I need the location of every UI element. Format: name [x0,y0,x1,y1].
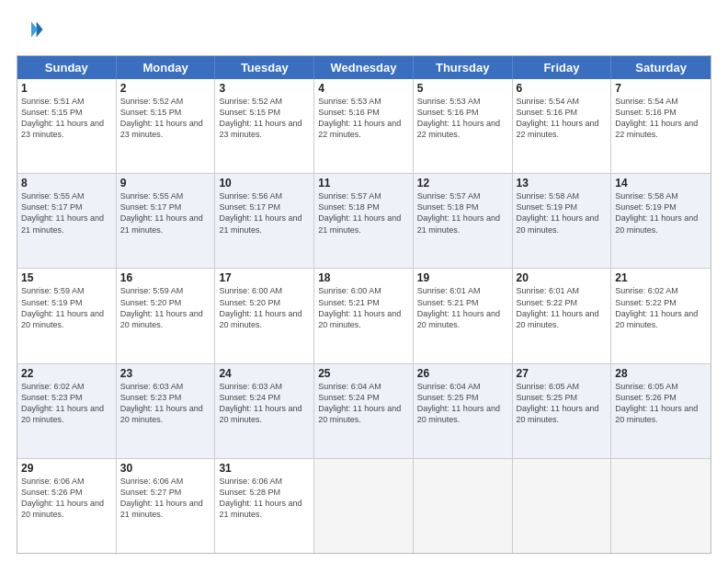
day-header-sunday: Sunday [17,56,117,79]
cell-info: Sunrise: 5:54 AM Sunset: 5:16 PM Dayligh… [517,96,608,141]
cal-cell: 17Sunrise: 6:00 AM Sunset: 5:20 PM Dayli… [215,269,314,362]
day-header-saturday: Saturday [611,56,711,79]
day-number: 27 [517,367,608,380]
cal-cell: 27Sunrise: 6:05 AM Sunset: 5:25 PM Dayli… [513,364,612,458]
day-header-tuesday: Tuesday [215,56,314,79]
day-header-monday: Monday [117,56,216,79]
day-number: 3 [219,82,310,95]
cell-info: Sunrise: 5:57 AM Sunset: 5:18 PM Dayligh… [318,190,409,236]
cell-info: Sunrise: 6:01 AM Sunset: 5:22 PM Dayligh… [517,285,608,330]
cell-info: Sunrise: 5:58 AM Sunset: 5:19 PM Dayligh… [615,190,707,236]
cal-cell: 1Sunrise: 5:51 AM Sunset: 5:15 PM Daylig… [17,79,117,173]
cell-info: Sunrise: 5:53 AM Sunset: 5:16 PM Dayligh… [417,96,508,141]
day-number: 15 [21,271,112,284]
cal-cell: 2Sunrise: 5:52 AM Sunset: 5:15 PM Daylig… [117,79,216,173]
cal-cell: 29Sunrise: 6:06 AM Sunset: 5:26 PM Dayli… [17,459,117,553]
cal-cell: 22Sunrise: 6:02 AM Sunset: 5:23 PM Dayli… [17,364,117,458]
cell-info: Sunrise: 6:06 AM Sunset: 5:26 PM Dayligh… [21,476,112,521]
cell-info: Sunrise: 5:56 AM Sunset: 5:17 PM Dayligh… [219,190,310,236]
cell-info: Sunrise: 6:02 AM Sunset: 5:22 PM Dayligh… [615,285,707,330]
cell-info: Sunrise: 5:52 AM Sunset: 5:15 PM Dayligh… [120,96,211,141]
cell-info: Sunrise: 5:58 AM Sunset: 5:19 PM Dayligh… [517,190,608,236]
day-number: 21 [615,271,707,284]
cal-cell: 3Sunrise: 5:52 AM Sunset: 5:15 PM Daylig… [215,79,314,173]
cell-info: Sunrise: 5:59 AM Sunset: 5:19 PM Dayligh… [21,285,112,330]
cal-cell [611,459,711,553]
day-header-wednesday: Wednesday [314,56,414,79]
cal-cell: 20Sunrise: 6:01 AM Sunset: 5:22 PM Dayli… [513,269,612,362]
logo [17,17,48,46]
cal-cell: 10Sunrise: 5:56 AM Sunset: 5:17 PM Dayli… [215,174,314,268]
cal-cell: 13Sunrise: 5:58 AM Sunset: 5:19 PM Dayli… [513,174,612,268]
day-number: 10 [219,177,310,190]
day-number: 2 [120,82,211,95]
cell-info: Sunrise: 6:03 AM Sunset: 5:23 PM Dayligh… [120,381,211,426]
cell-info: Sunrise: 5:57 AM Sunset: 5:18 PM Dayligh… [417,190,508,236]
cal-week-2: 8Sunrise: 5:55 AM Sunset: 5:17 PM Daylig… [17,174,711,269]
day-number: 14 [615,177,707,190]
cal-cell: 21Sunrise: 6:02 AM Sunset: 5:22 PM Dayli… [611,269,711,362]
day-number: 20 [517,271,608,284]
calendar-body: 1Sunrise: 5:51 AM Sunset: 5:15 PM Daylig… [17,79,711,553]
day-number: 12 [417,177,508,190]
day-number: 4 [318,82,409,95]
cell-info: Sunrise: 6:01 AM Sunset: 5:21 PM Dayligh… [417,285,508,330]
day-number: 8 [21,177,112,190]
day-number: 28 [615,367,707,380]
cal-cell: 30Sunrise: 6:06 AM Sunset: 5:27 PM Dayli… [117,459,216,553]
day-number: 31 [219,462,310,475]
cal-cell [314,459,414,553]
cell-info: Sunrise: 5:55 AM Sunset: 5:17 PM Dayligh… [21,190,112,236]
day-number: 18 [318,271,409,284]
day-number: 22 [21,367,112,380]
cal-cell: 31Sunrise: 6:06 AM Sunset: 5:28 PM Dayli… [215,459,314,553]
cal-cell: 18Sunrise: 6:00 AM Sunset: 5:21 PM Dayli… [314,269,414,362]
cell-info: Sunrise: 6:04 AM Sunset: 5:24 PM Dayligh… [318,381,409,426]
day-number: 5 [417,82,508,95]
page: SundayMondayTuesdayWednesdayThursdayFrid… [0,0,728,563]
cell-info: Sunrise: 6:06 AM Sunset: 5:27 PM Dayligh… [120,476,211,521]
cal-cell: 8Sunrise: 5:55 AM Sunset: 5:17 PM Daylig… [17,174,117,268]
cal-cell: 5Sunrise: 5:53 AM Sunset: 5:16 PM Daylig… [414,79,513,173]
day-header-friday: Friday [513,56,612,79]
day-number: 26 [417,367,508,380]
cell-info: Sunrise: 6:06 AM Sunset: 5:28 PM Dayligh… [219,476,310,521]
day-number: 1 [21,82,112,95]
day-number: 29 [21,462,112,475]
cell-info: Sunrise: 6:00 AM Sunset: 5:21 PM Dayligh… [318,285,409,330]
day-number: 24 [219,367,310,380]
cell-info: Sunrise: 5:52 AM Sunset: 5:15 PM Dayligh… [219,96,310,141]
day-number: 9 [120,177,211,190]
cell-info: Sunrise: 6:00 AM Sunset: 5:20 PM Dayligh… [219,285,310,330]
cal-cell: 7Sunrise: 5:54 AM Sunset: 5:16 PM Daylig… [611,79,711,173]
cell-info: Sunrise: 6:04 AM Sunset: 5:25 PM Dayligh… [417,381,508,426]
cal-cell: 25Sunrise: 6:04 AM Sunset: 5:24 PM Dayli… [314,364,414,458]
day-number: 25 [318,367,409,380]
cal-week-4: 22Sunrise: 6:02 AM Sunset: 5:23 PM Dayli… [17,364,711,459]
cal-cell: 24Sunrise: 6:03 AM Sunset: 5:24 PM Dayli… [215,364,314,458]
cell-info: Sunrise: 5:51 AM Sunset: 5:15 PM Dayligh… [21,96,112,141]
cal-cell: 6Sunrise: 5:54 AM Sunset: 5:16 PM Daylig… [513,79,612,173]
day-number: 7 [615,82,707,95]
cal-week-3: 15Sunrise: 5:59 AM Sunset: 5:19 PM Dayli… [17,269,711,363]
cell-info: Sunrise: 6:05 AM Sunset: 5:26 PM Dayligh… [615,381,707,426]
day-number: 17 [219,271,310,284]
day-number: 11 [318,177,409,190]
cal-cell: 9Sunrise: 5:55 AM Sunset: 5:17 PM Daylig… [117,174,216,268]
cal-cell [513,459,612,553]
cell-info: Sunrise: 5:53 AM Sunset: 5:16 PM Dayligh… [318,96,409,141]
day-number: 6 [517,82,608,95]
cal-cell: 14Sunrise: 5:58 AM Sunset: 5:19 PM Dayli… [611,174,711,268]
cal-week-1: 1Sunrise: 5:51 AM Sunset: 5:15 PM Daylig… [17,79,711,174]
cal-cell: 26Sunrise: 6:04 AM Sunset: 5:25 PM Dayli… [414,364,513,458]
cell-info: Sunrise: 6:05 AM Sunset: 5:25 PM Dayligh… [517,381,608,426]
cell-info: Sunrise: 6:03 AM Sunset: 5:24 PM Dayligh… [219,381,310,426]
day-number: 13 [517,177,608,190]
cell-info: Sunrise: 5:55 AM Sunset: 5:17 PM Dayligh… [120,190,211,236]
cal-cell: 15Sunrise: 5:59 AM Sunset: 5:19 PM Dayli… [17,269,117,362]
cal-cell [414,459,513,553]
day-number: 30 [120,462,211,475]
cal-cell: 19Sunrise: 6:01 AM Sunset: 5:21 PM Dayli… [414,269,513,362]
cell-info: Sunrise: 5:59 AM Sunset: 5:20 PM Dayligh… [120,285,211,330]
calendar: SundayMondayTuesdayWednesdayThursdayFrid… [17,55,711,554]
